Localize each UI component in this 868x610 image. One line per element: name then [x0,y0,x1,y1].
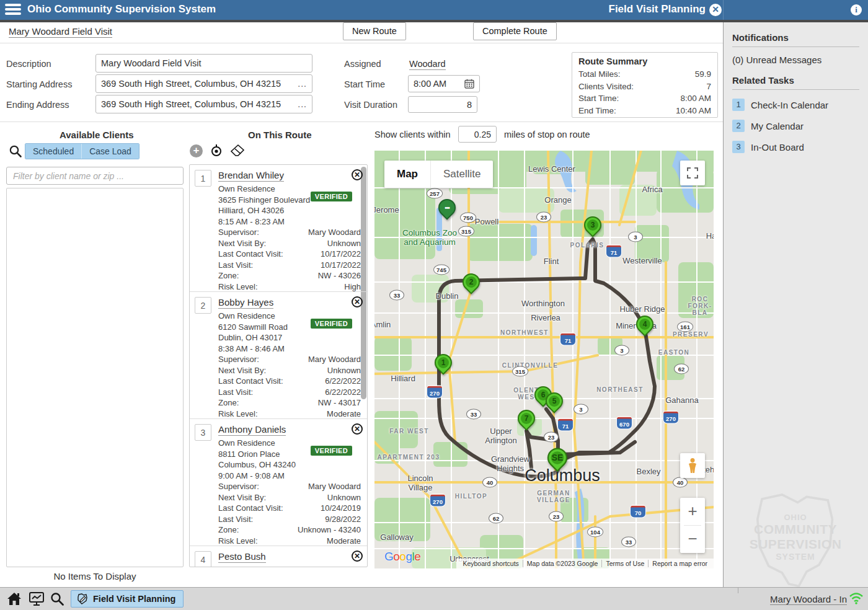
remove-stop-icon[interactable]: ✕ [352,423,363,435]
stop-client-name[interactable]: Pesto Bush [218,551,266,563]
dashboard-monitor-icon[interactable] [29,591,45,606]
map-place-label: Bexley [636,467,660,476]
info-icon[interactable]: i [851,4,862,15]
stop-client-name[interactable]: Bobby Hayes [218,297,273,309]
hamburger-menu-icon[interactable] [5,4,21,16]
route-stop-marker-SE[interactable]: SE [547,446,569,474]
new-route-button[interactable]: New Route [343,22,406,40]
road-shield-670: 670 [617,417,632,429]
stop-client-name[interactable]: Brendan Whiley [218,170,284,182]
related-task-item-in-out-board[interactable]: 3In-Out Board [732,141,859,153]
route-stop-marker-2[interactable]: 2 [462,272,480,296]
taskbar-tab-field-visit-planning[interactable]: Field Visit Planning [71,590,184,608]
radius-input[interactable] [458,126,497,143]
home-icon[interactable] [6,591,22,606]
google-logo[interactable]: Google [384,550,420,564]
calendar-icon[interactable] [464,79,474,89]
route-stop-card: 2 ✕ Bobby Hayes Own Residence 6120 Sawmi… [190,292,367,419]
related-task-item-check-in-calendar[interactable]: 1Check-In Calendar [732,99,859,111]
report-error-link[interactable]: Report a map error [649,560,711,567]
stop-detail-row: Risk Level:Moderate [218,409,361,420]
right-sidebar: Notifications (0) Unread Messages Relate… [723,22,868,587]
map-place-label: NORTHWEST [500,329,549,336]
complete-route-button[interactable]: Complete Route [473,22,557,40]
zoom-out-button[interactable]: − [680,526,705,553]
route-stop-marker-5[interactable]: 5 [545,391,564,415]
road-shield-23: 23 [549,511,564,522]
map-canvas[interactable]: Lewis CenterAfricaOrangeJeromePowellColu… [374,151,714,568]
route-stop-marker-1[interactable]: 1 [434,353,453,376]
map-attribution: Keyboard shortcuts Map data ©2023 Google… [456,559,714,568]
stop-detail-row: Next Visit By:Unknown [218,238,361,249]
current-user-status[interactable]: Mary Woodard - In [770,594,847,605]
zoo-marker[interactable]: ••• [438,198,456,221]
stop-detail-row: Last Contact Visit:10/17/2022 [218,249,361,260]
description-input[interactable] [101,58,307,68]
stop-detail-row: Zone:Unknown - 43240 [218,524,361,536]
road-shield-40: 40 [673,477,688,488]
route-summary-row: End Time:10:40 AM [578,105,711,117]
stop-detail-row: Zone:NW - 43017 [218,397,361,409]
stop-number: 1 [195,170,211,187]
radius-prefix: Show clients within [374,130,451,139]
terms-link[interactable]: Terms of Use [602,560,649,567]
pegman-control[interactable] [680,453,705,478]
road-shield-71: 71 [558,419,573,431]
route-stop-marker-4[interactable]: 4 [636,314,654,338]
search-icon[interactable] [9,144,22,158]
map-place-label: Powell [475,217,498,226]
locate-target-icon[interactable] [209,143,224,158]
stop-time-window: 8:38 AM - 8:46 AM [218,343,361,355]
fullscreen-button[interactable] [680,161,705,185]
assigned-value[interactable]: Woodard [409,59,446,70]
add-stop-icon[interactable]: + [190,144,203,157]
road-shield-33: 33 [466,409,481,420]
tab-case-load[interactable]: Case Load [82,144,139,159]
remove-stop-icon[interactable]: ✕ [352,550,363,562]
road-shield-70: 70 [631,506,645,518]
road-shield-71: 71 [606,245,621,257]
stop-address-line2: Hilliard, OH 43026 [218,205,361,216]
tab-scheduled[interactable]: Scheduled [25,144,82,159]
client-filter-input[interactable] [6,167,184,185]
keyboard-shortcuts-link[interactable]: Keyboard shortcuts [459,560,523,567]
road-shield-257: 257 [427,188,443,199]
task-number-badge: 1 [732,99,745,111]
map-place-label: APARTMENT 203 [378,454,440,461]
stop-detail-row: Next Visit By:Unknown [218,492,361,503]
map-place-label: Ha [706,231,714,241]
map-type-satellite-button[interactable]: Satellite [430,161,493,188]
starting-address-input[interactable] [101,79,294,89]
route-stop-marker-7[interactable]: 7 [517,409,536,432]
zoom-in-button[interactable]: + [680,498,705,525]
map-place-label: Huber Ridge [620,304,665,314]
eraser-icon[interactable] [230,144,246,157]
wifi-status-icon [849,593,863,604]
route-name-link[interactable]: Mary Woodard Field Visit [9,26,112,38]
road-shield-315: 315 [458,226,474,237]
road-shield-71: 71 [560,334,575,345]
ending-address-label: Ending Address [6,100,69,110]
map-place-label: HILLTOP [455,493,487,500]
unread-messages[interactable]: (0) Unread Messages [732,55,859,65]
stop-client-name[interactable]: Anthony Daniels [218,424,286,436]
start-time-input[interactable] [414,79,461,89]
road-shield-315: 315 [512,366,528,377]
stop-number: 2 [195,297,211,314]
related-task-item-my-calendar[interactable]: 2My Calendar [732,120,859,132]
notifications-title: Notifications [732,32,859,47]
close-panel-icon[interactable]: ✕ [709,4,722,16]
ending-address-lookup-button[interactable]: ... [294,99,307,109]
stop-detail-row: Last Contact Visit:10/24/2019 [218,503,361,514]
map-place-label: Worthington [521,299,565,308]
ending-address-input[interactable] [101,99,294,109]
task-label: In-Out Board [751,142,804,152]
map-type-map-button[interactable]: Map [384,168,430,180]
remove-stop-icon[interactable]: ✕ [352,296,363,307]
taskbar-search-icon[interactable] [50,591,64,606]
remove-stop-icon[interactable]: ✕ [352,169,363,180]
ohio-watermark: OHIO COMMUNITY SUPERVISION SYSTEM [740,484,851,599]
route-stop-marker-3[interactable]: 3 [583,215,602,239]
starting-address-lookup-button[interactable]: ... [294,79,307,89]
visit-duration-input[interactable] [414,100,472,110]
